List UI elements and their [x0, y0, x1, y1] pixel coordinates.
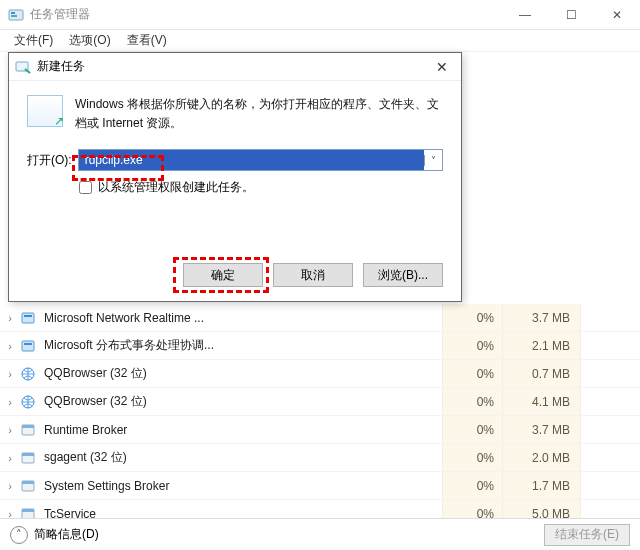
process-icon [20, 478, 36, 494]
close-button[interactable]: ✕ [594, 0, 640, 30]
svg-rect-3 [22, 313, 34, 323]
process-name: Microsoft 分布式事务处理协调... [42, 337, 442, 354]
cpu-cell: 0% [442, 472, 502, 499]
cpu-cell: 0% [442, 360, 502, 387]
svg-rect-4 [24, 315, 32, 317]
expand-icon[interactable]: › [0, 424, 20, 436]
mem-cell: 3.7 MB [502, 416, 580, 443]
dialog-message: Windows 将根据你所键入的名称，为你打开相应的程序、文件夹、文档或 Int… [75, 95, 443, 133]
svg-rect-16 [22, 509, 34, 512]
cpu-cell: 0% [442, 304, 502, 331]
detail-toggle[interactable]: ˄ 简略信息(D) [10, 526, 544, 544]
expand-icon[interactable]: › [0, 368, 20, 380]
process-icon [20, 394, 36, 410]
tail-cell [580, 304, 640, 331]
mem-cell: 5.0 MB [502, 500, 580, 518]
tail-cell [580, 444, 640, 471]
svg-rect-14 [22, 481, 34, 484]
table-row[interactable]: ›Microsoft 分布式事务处理协调...0%2.1 MB [0, 332, 640, 360]
table-row[interactable]: ›System Settings Broker0%1.7 MB [0, 472, 640, 500]
cpu-cell: 0% [442, 500, 502, 518]
admin-checkbox-label: 以系统管理权限创建此任务。 [98, 179, 254, 196]
mem-cell: 2.0 MB [502, 444, 580, 471]
tail-cell [580, 500, 640, 518]
menu-view[interactable]: 查看(V) [119, 30, 175, 51]
dialog-title-bar: 新建任务 ✕ [9, 53, 461, 81]
mem-cell: 3.7 MB [502, 304, 580, 331]
app-icon [8, 7, 24, 23]
end-task-button[interactable]: 结束任务(E) [544, 524, 630, 546]
table-row[interactable]: ›QQBrowser (32 位)0%0.7 MB [0, 360, 640, 388]
tail-cell [580, 472, 640, 499]
tail-cell [580, 388, 640, 415]
minimize-button[interactable]: — [502, 0, 548, 30]
process-name: TcService [42, 507, 442, 519]
cpu-cell: 0% [442, 388, 502, 415]
window-title: 任务管理器 [30, 6, 502, 23]
table-row[interactable]: ›TcService0%5.0 MB [0, 500, 640, 518]
open-input[interactable] [79, 150, 424, 170]
expand-icon[interactable]: › [0, 508, 20, 519]
expand-icon[interactable]: › [0, 340, 20, 352]
detail-toggle-label: 简略信息(D) [34, 526, 99, 543]
dialog-close-button[interactable]: ✕ [429, 59, 455, 75]
process-name: QQBrowser (32 位) [42, 365, 442, 382]
process-name: System Settings Broker [42, 479, 442, 493]
mem-cell: 0.7 MB [502, 360, 580, 387]
svg-rect-2 [11, 15, 17, 17]
process-icon [20, 366, 36, 382]
table-row[interactable]: ›Runtime Broker0%3.7 MB [0, 416, 640, 444]
mem-cell: 4.1 MB [502, 388, 580, 415]
table-row[interactable]: ›Microsoft Network Realtime ...0%3.7 MB [0, 304, 640, 332]
menu-options[interactable]: 选项(O) [61, 30, 118, 51]
table-row[interactable]: ›QQBrowser (32 位)0%4.1 MB [0, 388, 640, 416]
admin-checkbox[interactable] [79, 181, 92, 194]
run-dialog-icon [27, 95, 63, 127]
process-icon [20, 422, 36, 438]
process-icon [20, 506, 36, 519]
svg-rect-10 [22, 425, 34, 428]
tail-cell [580, 360, 640, 387]
dialog-title: 新建任务 [37, 58, 429, 75]
browse-button[interactable]: 浏览(B)... [363, 263, 443, 287]
process-icon [20, 450, 36, 466]
menu-file[interactable]: 文件(F) [6, 30, 61, 51]
title-bar: 任务管理器 — ☐ ✕ [0, 0, 640, 30]
cpu-cell: 0% [442, 444, 502, 471]
process-name: Microsoft Network Realtime ... [42, 311, 442, 325]
menu-bar: 文件(F) 选项(O) 查看(V) [0, 30, 640, 52]
tail-cell [580, 332, 640, 359]
ok-button[interactable]: 确定 [183, 263, 263, 287]
svg-rect-12 [22, 453, 34, 456]
cancel-button[interactable]: 取消 [273, 263, 353, 287]
mem-cell: 1.7 MB [502, 472, 580, 499]
expand-icon[interactable]: › [0, 452, 20, 464]
process-icon [20, 310, 36, 326]
new-task-dialog: 新建任务 ✕ Windows 将根据你所键入的名称，为你打开相应的程序、文件夹、… [8, 52, 462, 302]
svg-rect-6 [24, 343, 32, 345]
expand-icon[interactable]: › [0, 480, 20, 492]
chevron-up-icon: ˄ [10, 526, 28, 544]
cpu-cell: 0% [442, 332, 502, 359]
svg-rect-5 [22, 341, 34, 351]
open-combo: ˅ [78, 149, 443, 171]
tail-cell [580, 416, 640, 443]
svg-rect-1 [11, 12, 15, 14]
mem-cell: 2.1 MB [502, 332, 580, 359]
run-icon [15, 59, 31, 75]
cpu-cell: 0% [442, 416, 502, 443]
open-label: 打开(O): [27, 152, 72, 169]
status-bar: ˄ 简略信息(D) 结束任务(E) [0, 518, 640, 550]
process-name: Runtime Broker [42, 423, 442, 437]
expand-icon[interactable]: › [0, 396, 20, 408]
chevron-down-icon[interactable]: ˅ [424, 155, 442, 166]
process-icon [20, 338, 36, 354]
process-name: QQBrowser (32 位) [42, 393, 442, 410]
expand-icon[interactable]: › [0, 312, 20, 324]
table-row[interactable]: ›sgagent (32 位)0%2.0 MB [0, 444, 640, 472]
process-name: sgagent (32 位) [42, 449, 442, 466]
maximize-button[interactable]: ☐ [548, 0, 594, 30]
